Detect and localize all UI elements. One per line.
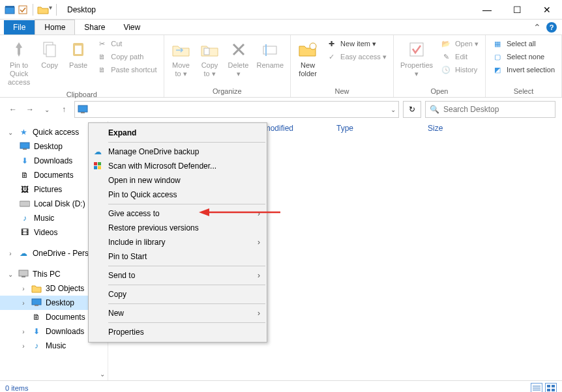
new-folder-button[interactable]: New folder: [293, 36, 322, 81]
svg-point-10: [310, 43, 316, 49]
svg-rect-28: [94, 162, 97, 165]
chevron-right-icon: ›: [258, 209, 260, 218]
menu-defender-scan[interactable]: Scan with Microsoft Defender...: [89, 159, 267, 173]
open-button[interactable]: 📂Open ▾: [439, 38, 480, 49]
easy-access-button[interactable]: ✓Easy access ▾: [325, 51, 388, 63]
menu-open-new-window[interactable]: Open in new window: [89, 173, 267, 188]
menu-restore-previous[interactable]: Restore previous versions: [89, 221, 267, 235]
svg-rect-29: [98, 162, 101, 165]
svg-rect-17: [19, 270, 28, 276]
music-icon: ♪: [31, 341, 42, 351]
svg-rect-24: [547, 385, 550, 387]
address-dropdown-icon[interactable]: ⌄: [391, 106, 396, 113]
new-item-button[interactable]: ✚New item ▾: [325, 38, 388, 49]
menu-include-library[interactable]: Include in library›: [89, 235, 267, 249]
invert-selection-button[interactable]: ◩Invert selection: [491, 64, 556, 76]
forward-button[interactable]: →: [23, 103, 37, 116]
menu-new[interactable]: New›: [89, 306, 267, 320]
scroll-down-icon[interactable]: ⌄: [100, 371, 105, 378]
tab-home[interactable]: Home: [35, 20, 75, 35]
edit-button[interactable]: ✎Edit: [439, 51, 480, 63]
svg-rect-25: [552, 385, 555, 387]
menu-pin-quick-access[interactable]: Pin to Quick access: [89, 188, 267, 202]
qat-checkbox-icon[interactable]: [17, 4, 29, 16]
up-button[interactable]: ↑: [57, 103, 70, 116]
minimize-button[interactable]: —: [472, 0, 502, 20]
tab-view[interactable]: View: [114, 20, 149, 35]
chevron-right-icon: ›: [258, 238, 260, 247]
col-type[interactable]: Type: [336, 124, 402, 133]
select-all-button[interactable]: ▦Select all: [491, 38, 556, 49]
group-label-new: New: [293, 86, 391, 97]
menu-pin-start[interactable]: Pin to Start: [89, 249, 267, 264]
monitor-icon: [78, 105, 88, 114]
svg-rect-13: [81, 112, 85, 113]
shield-icon: [93, 161, 103, 171]
search-box[interactable]: 🔍: [425, 101, 555, 118]
qat-dropdown-icon[interactable]: ▾: [49, 4, 52, 16]
tab-share[interactable]: Share: [75, 20, 114, 35]
menu-onedrive-backup[interactable]: ☁Manage OneDrive backup: [89, 145, 267, 159]
history-button[interactable]: 🕓History: [439, 64, 480, 76]
ribbon-group-clipboard: Pin to Quick access Copy Paste ✂Cut 🗎Cop…: [0, 35, 164, 97]
rename-button[interactable]: Rename: [253, 36, 288, 72]
onedrive-icon: ☁: [18, 248, 29, 259]
large-icons-view-icon[interactable]: [545, 383, 557, 393]
menu-properties[interactable]: Properties: [89, 325, 267, 339]
copy-to-button[interactable]: Copy to ▾: [196, 36, 224, 81]
menu-copy[interactable]: Copy: [89, 287, 267, 301]
pc-icon: [18, 269, 29, 279]
svg-rect-12: [78, 105, 87, 112]
download-icon: ⬇: [31, 326, 42, 337]
pictures-icon: 🖼: [20, 184, 30, 195]
refresh-button[interactable]: ↻: [403, 101, 421, 118]
menu-send-to[interactable]: Send to›: [89, 268, 267, 283]
delete-button[interactable]: Delete ▾: [224, 36, 253, 81]
paste-button[interactable]: Paste: [64, 36, 93, 72]
titlebar: ▾ Desktop — ☐ ✕: [0, 0, 562, 20]
group-label-clipboard: Clipboard: [3, 89, 161, 100]
ribbon: Pin to Quick access Copy Paste ✂Cut 🗎Cop…: [0, 35, 562, 98]
menu-expand[interactable]: Expand: [89, 126, 267, 140]
ribbon-group-select: ▦Select all ▢Select none ◩Invert selecti…: [486, 35, 562, 97]
svg-rect-15: [23, 148, 27, 150]
svg-rect-2: [19, 6, 27, 14]
group-label-open: Open: [396, 86, 482, 97]
maximize-button[interactable]: ☐: [502, 0, 532, 20]
ribbon-group-new: New folder ✚New item ▾ ✓Easy access ▾ Ne…: [291, 35, 394, 97]
svg-rect-1: [5, 6, 14, 8]
minimize-ribbon-icon[interactable]: ⌃: [533, 22, 541, 33]
svg-rect-14: [20, 143, 29, 148]
address-bar[interactable]: ⌄: [74, 101, 399, 118]
ribbon-group-open: Properties ▾ 📂Open ▾ ✎Edit 🕓History Open: [394, 35, 486, 97]
search-icon: 🔍: [430, 105, 439, 114]
col-size[interactable]: Size: [428, 124, 493, 133]
tab-file[interactable]: File: [4, 20, 35, 35]
move-to-button[interactable]: Move to ▾: [167, 36, 196, 81]
status-bar: 0 items: [0, 380, 562, 392]
pin-quick-access-button[interactable]: Pin to Quick access: [3, 36, 35, 89]
folder-icon: [37, 4, 49, 16]
recent-locations-button[interactable]: ⌄: [40, 103, 53, 116]
paste-shortcut-button[interactable]: 🗎Paste shortcut: [95, 64, 158, 76]
svg-rect-4: [46, 45, 55, 57]
select-none-button[interactable]: ▢Select none: [491, 51, 556, 63]
svg-rect-30: [94, 166, 97, 169]
close-button[interactable]: ✕: [532, 0, 562, 20]
group-label-organize: Organize: [167, 86, 288, 97]
videos-icon: 🎞: [20, 227, 30, 238]
search-input[interactable]: [443, 105, 551, 114]
svg-rect-0: [5, 7, 14, 14]
copy-path-button[interactable]: 🗎Copy path: [95, 51, 158, 63]
copy-button[interactable]: Copy: [35, 36, 64, 72]
menu-give-access[interactable]: Give access to›: [89, 206, 267, 221]
help-icon[interactable]: ?: [546, 22, 557, 33]
download-icon: ⬇: [20, 156, 30, 166]
svg-rect-16: [20, 201, 30, 206]
details-view-icon[interactable]: [531, 383, 542, 393]
nav-row: ← → ⌄ ↑ ⌄ ↻ 🔍: [0, 98, 562, 121]
ribbon-group-organize: Move to ▾ Copy to ▾ Delete ▾ Rename Orga…: [164, 35, 291, 97]
properties-button[interactable]: Properties ▾: [396, 36, 437, 81]
cut-button[interactable]: ✂Cut: [95, 38, 158, 49]
back-button[interactable]: ←: [7, 103, 20, 116]
